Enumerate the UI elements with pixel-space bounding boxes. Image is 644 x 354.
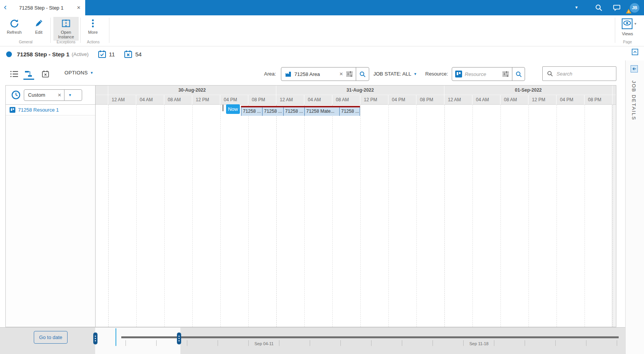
options-button[interactable]: OPTIONS▼ xyxy=(64,70,94,76)
hour-header-cell: 12 AM xyxy=(108,95,136,105)
minimap-tick xyxy=(555,340,556,346)
eye-icon xyxy=(623,20,631,28)
resource-link[interactable]: 71258 Resource 1 xyxy=(18,107,59,113)
gridline xyxy=(585,105,585,327)
area-filter-sliders-icon[interactable] xyxy=(346,71,353,77)
more-button[interactable]: More xyxy=(82,17,104,41)
minimap-range-bar[interactable] xyxy=(121,336,619,338)
hour-header-cell: 12 PM xyxy=(528,95,556,105)
refresh-icon xyxy=(9,17,20,30)
global-search-icon[interactable] xyxy=(594,3,603,13)
collapse-ribbon-icon[interactable] xyxy=(632,49,638,57)
minimap-tick xyxy=(218,340,218,346)
views-caret-icon[interactable]: ▾ xyxy=(634,21,636,26)
job-bar[interactable]: 71258 ... xyxy=(241,107,262,116)
range-dropdown-button[interactable]: ▼ xyxy=(64,90,76,100)
gantt-view-icon[interactable] xyxy=(25,70,34,79)
search-input[interactable] xyxy=(556,71,616,77)
open-instance-icon xyxy=(61,17,71,30)
resource-icon xyxy=(10,107,15,113)
hour-header-cell: 04 AM xyxy=(304,95,332,105)
minimap-right-handle[interactable] xyxy=(177,333,181,344)
minimap-left-handle[interactable] xyxy=(93,333,97,344)
hour-header-cell: 04 PM xyxy=(388,95,416,105)
resource-input[interactable] xyxy=(465,71,502,77)
scheduled-count: 11 xyxy=(109,51,115,58)
back-icon[interactable]: ‹ xyxy=(0,3,10,12)
gridline xyxy=(248,105,249,327)
topbar-dropdown-icon[interactable]: ▾ xyxy=(575,5,578,10)
gridline xyxy=(360,105,361,327)
tab-close-icon[interactable]: ✕ xyxy=(72,5,85,10)
job-details-panel: JOB DETAILS xyxy=(625,61,644,354)
range-preset-input[interactable] xyxy=(24,92,55,98)
hour-header-cell: 04 AM xyxy=(136,95,164,105)
ribbon-separator xyxy=(615,18,615,43)
hour-header-cell: 08 AM xyxy=(500,95,528,105)
area-search-button[interactable] xyxy=(356,68,369,81)
calendar-view-icon[interactable] xyxy=(42,70,49,79)
header-stub xyxy=(96,86,108,95)
hour-header-cell: 08 PM xyxy=(416,95,444,105)
open-instance-button[interactable]: Open Instance xyxy=(53,17,79,41)
status-row: 71258 Step - Step 1 (Active) 11 54 xyxy=(0,47,644,61)
refresh-button[interactable]: Refresh xyxy=(3,17,25,41)
page-title: 71258 Step - Step 1 xyxy=(17,51,69,58)
gridline xyxy=(164,105,165,327)
hour-header-cell: 08 PM xyxy=(585,95,613,105)
hour-header-row: 12 AM04 AM08 AM12 PM04 PM08 PM12 AM04 AM… xyxy=(96,95,616,105)
range-clear-icon[interactable]: ✕ xyxy=(58,92,61,98)
gridline xyxy=(332,105,333,327)
avatar[interactable]: JB xyxy=(630,3,639,13)
job-bar[interactable]: 71258 ... xyxy=(262,107,283,116)
gantt-body: Now 71258 ...71258 ...71258 ...71258 Mat… xyxy=(96,105,616,327)
range-preset-combo[interactable]: ✕ ▼ xyxy=(24,89,82,101)
minimap-tick xyxy=(248,340,249,346)
search-box[interactable] xyxy=(542,66,616,81)
filter-bar: OPTIONS▼ Area: ✕ JOB STATE: ALL▼ Resourc… xyxy=(0,63,644,82)
group-label-actions: Actions xyxy=(76,40,111,44)
hour-header-cell: 08 AM xyxy=(164,95,192,105)
minimap-tick xyxy=(586,340,586,346)
area-clear-icon[interactable]: ✕ xyxy=(339,71,343,77)
go-to-date-button[interactable]: Go to date xyxy=(34,331,68,344)
group-label-page: Page xyxy=(610,40,644,44)
chat-icon[interactable] xyxy=(613,3,621,13)
job-state-caret-icon: ▼ xyxy=(414,72,417,76)
minimap-tick xyxy=(433,340,433,346)
resource-search-button[interactable] xyxy=(512,68,525,81)
status-dot-icon xyxy=(6,51,12,57)
expand-panel-icon[interactable] xyxy=(631,65,638,72)
resource-label: Resource: xyxy=(425,71,448,77)
job-bar[interactable]: 71258 ... xyxy=(339,107,360,116)
edit-button[interactable]: Edit xyxy=(28,17,50,41)
minimap-tick xyxy=(340,340,341,346)
job-state-filter[interactable]: JOB STATE: ALL▼ xyxy=(373,71,417,77)
gantt-view-active-indicator xyxy=(23,79,34,80)
day-header-cell: 31-Aug-2022 xyxy=(276,86,444,95)
tab-title: 71258 Step - Step 1 xyxy=(10,5,72,11)
minimap-tick xyxy=(402,340,402,346)
area-input[interactable] xyxy=(294,71,337,77)
job-state-label: JOB STATE: ALL xyxy=(373,71,411,77)
list-view-icon[interactable] xyxy=(10,70,18,79)
job-bar[interactable]: 71258 Mate... xyxy=(304,107,339,116)
resource-row[interactable]: 71258 Resource 1 xyxy=(6,105,95,115)
active-tab[interactable]: ‹ 71258 Step - Step 1 ✕ xyxy=(0,0,85,15)
hour-header-cell: 12 PM xyxy=(192,95,220,105)
area-filter-combo[interactable]: ✕ xyxy=(281,67,369,81)
views-button[interactable] xyxy=(622,18,632,29)
edit-label: Edit xyxy=(35,30,43,35)
minimap-selection-window[interactable] xyxy=(95,328,180,354)
hour-header-cell: 04 AM xyxy=(472,95,500,105)
resource-filter-combo[interactable] xyxy=(452,67,525,81)
hour-header-cell: 08 AM xyxy=(332,95,360,105)
group-label-general: General xyxy=(8,40,43,44)
job-bar[interactable]: 71258 ... xyxy=(283,107,304,116)
minimap-tick xyxy=(156,340,157,346)
area-label: Area: xyxy=(264,71,276,77)
resource-filter-sliders-icon[interactable] xyxy=(502,71,509,77)
gantt-left-panel: ✕ ▼ 71258 Resource 1 xyxy=(6,86,96,327)
ribbon-separator xyxy=(109,18,109,43)
job-details-title: JOB DETAILS xyxy=(631,81,637,120)
